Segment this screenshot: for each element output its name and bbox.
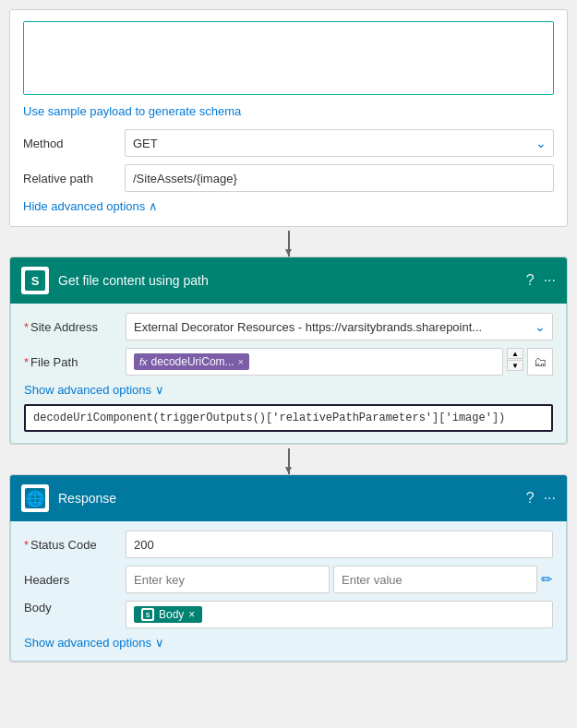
status-code-label: *Status Code <box>24 538 126 552</box>
response-more-icon[interactable]: ··· <box>544 490 556 507</box>
headers-key-input[interactable] <box>126 566 330 593</box>
body-token-input[interactable]: S Body × <box>126 601 553 628</box>
relative-path-row: Relative path <box>23 164 554 192</box>
required-star-1: * <box>24 320 29 334</box>
connector-2 <box>9 448 568 474</box>
required-star-2: * <box>24 355 29 369</box>
body-label: Body <box>24 601 126 615</box>
stepper-group: ▲ ▼ <box>507 348 523 376</box>
get-file-card: S Get file content using path ? ··· *Sit… <box>9 257 568 445</box>
hide-advanced-label: Hide advanced options <box>23 199 145 213</box>
response-card: 🌐 Response ? ··· *Status Code Headers ✏ … <box>9 474 568 662</box>
method-dropdown-wrapper: GET POST PUT DELETE ⌄ <box>125 129 554 157</box>
method-label: Method <box>23 137 125 150</box>
file-path-row: *File Path fx decodeUriCom... × ▲ ▼ 🗂 <box>24 348 553 376</box>
file-path-label: *File Path <box>24 355 126 369</box>
get-file-title: Get file content using path <box>58 273 526 288</box>
body-token: S Body × <box>134 606 202 623</box>
headers-edit-icon[interactable]: ✏ <box>541 571 553 588</box>
headers-label: Headers <box>24 573 126 587</box>
get-file-icon-inner: S <box>25 270 45 291</box>
headers-row-container: Headers ✏ <box>24 566 553 593</box>
method-row: Method GET POST PUT DELETE ⌄ <box>23 129 554 157</box>
body-token-icon-inner: S <box>143 610 152 619</box>
stepper-down-button[interactable]: ▼ <box>507 360 523 371</box>
response-show-advanced-chevron-icon <box>155 636 164 650</box>
response-show-advanced-label: Show advanced options <box>24 636 151 650</box>
get-file-show-advanced-chevron-icon <box>155 383 164 397</box>
headers-inputs: ✏ <box>126 566 553 593</box>
required-star-3: * <box>24 538 29 552</box>
response-show-advanced-toggle[interactable]: Show advanced options <box>24 636 553 650</box>
get-file-header-icons: ? ··· <box>526 272 556 289</box>
method-select[interactable]: GET POST PUT DELETE <box>125 129 554 157</box>
globe-icon: 🌐 <box>26 490 44 507</box>
response-icon-inner: 🌐 <box>25 488 45 508</box>
body-token-label: Body <box>159 608 184 621</box>
body-row: Body S Body × <box>24 601 553 628</box>
get-file-help-icon[interactable]: ? <box>526 272 535 289</box>
get-file-show-advanced-label: Show advanced options <box>24 383 151 397</box>
response-title: Response <box>58 491 526 506</box>
relative-path-label: Relative path <box>23 172 125 185</box>
token-close-icon[interactable]: × <box>238 356 244 367</box>
get-file-show-advanced-toggle[interactable]: Show advanced options <box>24 383 553 397</box>
relative-path-input[interactable] <box>125 164 554 192</box>
get-file-icon: S <box>21 267 49 294</box>
token-fx-icon: fx <box>139 356 148 367</box>
headers-value-input[interactable] <box>333 566 537 593</box>
schema-link[interactable]: Use sample payload to generate schema <box>23 104 241 118</box>
body-token-icon: S <box>141 608 154 621</box>
response-body: *Status Code Headers ✏ Body S Body × <box>10 521 567 662</box>
body-token-close-icon[interactable]: × <box>188 608 195 621</box>
status-code-row: *Status Code <box>24 531 553 558</box>
formula-bar: decodeUriComponent(triggerOutputs()['rel… <box>24 404 553 432</box>
folder-browse-button[interactable]: 🗂 <box>527 348 553 376</box>
file-path-token-input[interactable]: fx decodeUriCom... × <box>126 348 503 376</box>
site-address-row: *Site Address External Decorator Resourc… <box>24 313 553 340</box>
stepper-up-button[interactable]: ▲ <box>507 348 523 359</box>
connector-1 <box>9 231 568 257</box>
file-path-token: fx decodeUriCom... × <box>134 353 249 370</box>
schema-box <box>23 21 554 95</box>
hide-advanced-chevron-icon <box>149 199 158 213</box>
get-file-more-icon[interactable]: ··· <box>544 272 556 289</box>
response-header: 🌐 Response ? ··· <box>10 475 567 521</box>
site-address-label: *Site Address <box>24 320 126 334</box>
response-header-icons: ? ··· <box>526 490 556 507</box>
hide-advanced-toggle[interactable]: Hide advanced options <box>23 199 554 213</box>
token-label: decodeUriCom... <box>151 355 234 368</box>
trigger-card: Use sample payload to generate schema Me… <box>9 9 568 227</box>
get-file-header: S Get file content using path ? ··· <box>10 257 567 304</box>
status-code-input[interactable] <box>126 531 553 558</box>
site-address-select[interactable]: External Decorator Resources - https://v… <box>126 313 553 340</box>
get-file-body: *Site Address External Decorator Resourc… <box>10 304 567 444</box>
response-help-icon[interactable]: ? <box>526 490 535 507</box>
site-address-dropdown-wrapper: External Decorator Resources - https://v… <box>126 313 553 340</box>
response-icon: 🌐 <box>21 484 49 512</box>
